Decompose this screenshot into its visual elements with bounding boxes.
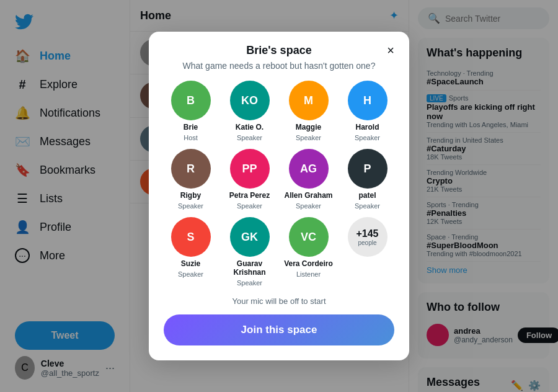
speaker-name: Petra Perez [229,191,270,200]
avatar: KO [230,81,270,120]
speaker-name: Suzie [181,259,200,268]
speaker-role: Speaker [237,134,262,141]
avatar: R [171,149,211,189]
join-space-button[interactable]: Join this space [164,314,394,345]
speaker-role: Speaker [178,202,203,210]
speaker-role: Speaker [296,202,321,210]
speaker-item: PP Petra Perez Speaker [223,149,277,210]
extra-people-label: people [358,239,376,246]
speaker-role: Speaker [355,134,380,141]
extra-people-badge: +145 people [348,217,388,257]
speaker-role: Speaker [237,202,262,210]
close-button[interactable]: × [381,40,401,60]
speaker-name: Rigby [180,191,201,200]
speaker-role: Listener [296,270,321,278]
avatar: VC [289,217,329,257]
speaker-name: Brie [184,123,198,131]
avatar: AG [289,149,329,189]
speaker-name: Katie O. [236,123,264,131]
speaker-item: VC Vera Cordeiro Listener [281,217,335,287]
speaker-name: Guarav Krishnan [223,259,277,277]
avatar: PP [230,149,270,189]
avatar: B [171,81,211,120]
speaker-name: Maggie [296,123,321,131]
speaker-item: H Harold Speaker [340,81,394,141]
speaker-role: Speaker [237,279,262,287]
modal-subtitle: What game needs a reboot but hasn't gott… [164,61,394,71]
speaker-name: patel [358,191,376,200]
speaker-item: GK Guarav Krishnan Speaker [223,217,277,287]
avatar: S [171,217,211,257]
speaker-name: Allen Graham [284,191,332,200]
space-modal: × Brie's space What game needs a reboot … [149,32,409,360]
speaker-item: KO Katie O. Speaker [223,81,277,141]
speaker-name: Vera Cordeiro [284,259,333,268]
extra-people-item: +145 people [340,217,394,287]
speaker-role: Speaker [355,202,380,210]
avatar: P [348,149,388,189]
speaker-role: Host [184,134,198,141]
speaker-name: Harold [355,123,379,131]
speaker-item: S Suzie Speaker [164,217,218,287]
avatar: H [348,81,388,120]
avatar: GK [230,217,270,257]
speaker-item: B Brie Host [164,81,218,141]
modal-overlay[interactable]: × Brie's space What game needs a reboot … [0,0,558,392]
modal-title: Brie's space [164,44,394,57]
extra-people-count: +145 [356,228,378,239]
mic-note: Your mic will be off to start [164,296,394,306]
speaker-role: Speaker [296,134,321,141]
speaker-item: R Rigby Speaker [164,149,218,210]
speaker-item: M Maggie Speaker [281,81,335,141]
speakers-grid: B Brie Host KO Katie O. Speaker M Maggie… [164,81,394,287]
speaker-role: Speaker [178,270,203,278]
speaker-item: P patel Speaker [340,149,394,210]
speaker-item: AG Allen Graham Speaker [281,149,335,210]
avatar: M [289,81,329,120]
